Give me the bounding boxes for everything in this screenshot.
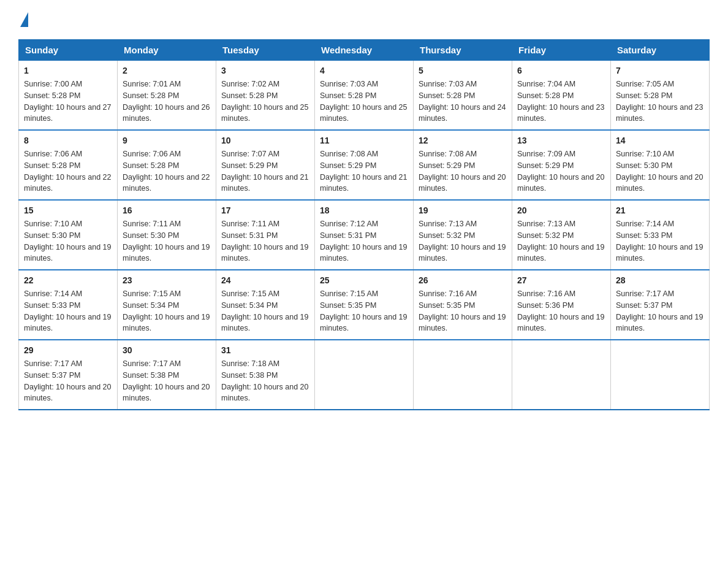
calendar-day-cell: 4Sunrise: 7:03 AMSunset: 5:28 PMDaylight… xyxy=(315,61,414,131)
day-info: Sunrise: 7:13 AMSunset: 5:32 PMDaylight:… xyxy=(517,220,604,262)
day-info: Sunrise: 7:08 AMSunset: 5:29 PMDaylight:… xyxy=(419,150,506,193)
calendar-week-row: 8Sunrise: 7:06 AMSunset: 5:28 PMDaylight… xyxy=(19,130,710,200)
calendar-day-cell: 15Sunrise: 7:10 AMSunset: 5:30 PMDayligh… xyxy=(19,200,118,270)
calendar-day-cell: 19Sunrise: 7:13 AMSunset: 5:32 PMDayligh… xyxy=(414,200,512,270)
day-number: 10 xyxy=(221,134,309,147)
calendar-day-cell: 22Sunrise: 7:14 AMSunset: 5:33 PMDayligh… xyxy=(19,270,118,340)
day-info: Sunrise: 7:10 AMSunset: 5:30 PMDaylight:… xyxy=(616,150,703,193)
col-sunday: Sunday xyxy=(19,40,118,61)
col-wednesday: Wednesday xyxy=(315,40,414,61)
day-number: 2 xyxy=(123,64,211,77)
day-number: 27 xyxy=(517,274,605,287)
day-number: 31 xyxy=(221,344,309,357)
day-number: 7 xyxy=(616,64,704,77)
day-number: 18 xyxy=(320,204,408,217)
page-header xyxy=(18,12,710,28)
calendar-day-cell: 23Sunrise: 7:15 AMSunset: 5:34 PMDayligh… xyxy=(118,270,216,340)
day-info: Sunrise: 7:00 AMSunset: 5:28 PMDaylight:… xyxy=(24,80,111,123)
day-number: 24 xyxy=(221,274,309,287)
logo-triangle-icon xyxy=(20,12,28,27)
day-info: Sunrise: 7:17 AMSunset: 5:37 PMDaylight:… xyxy=(616,289,703,332)
col-friday: Friday xyxy=(512,40,611,61)
calendar-day-cell: 30Sunrise: 7:17 AMSunset: 5:38 PMDayligh… xyxy=(118,340,216,410)
calendar-day-cell xyxy=(315,340,414,410)
calendar-header-row: Sunday Monday Tuesday Wednesday Thursday… xyxy=(19,40,710,61)
day-info: Sunrise: 7:14 AMSunset: 5:33 PMDaylight:… xyxy=(616,220,703,262)
col-tuesday: Tuesday xyxy=(216,40,315,61)
day-info: Sunrise: 7:15 AMSunset: 5:34 PMDaylight:… xyxy=(123,289,210,332)
day-number: 15 xyxy=(24,204,112,217)
day-number: 12 xyxy=(419,134,507,147)
day-info: Sunrise: 7:14 AMSunset: 5:33 PMDaylight:… xyxy=(24,289,111,332)
calendar-day-cell xyxy=(611,340,710,410)
calendar-day-cell xyxy=(414,340,512,410)
calendar-day-cell: 31Sunrise: 7:18 AMSunset: 5:38 PMDayligh… xyxy=(216,340,315,410)
calendar-day-cell: 14Sunrise: 7:10 AMSunset: 5:30 PMDayligh… xyxy=(611,130,710,200)
day-info: Sunrise: 7:03 AMSunset: 5:28 PMDaylight:… xyxy=(320,80,407,123)
calendar-table: Sunday Monday Tuesday Wednesday Thursday… xyxy=(18,39,710,410)
day-number: 4 xyxy=(320,64,408,77)
day-info: Sunrise: 7:03 AMSunset: 5:28 PMDaylight:… xyxy=(419,80,506,123)
day-number: 21 xyxy=(616,204,704,217)
calendar-day-cell: 21Sunrise: 7:14 AMSunset: 5:33 PMDayligh… xyxy=(611,200,710,270)
day-number: 9 xyxy=(123,134,211,147)
day-info: Sunrise: 7:15 AMSunset: 5:35 PMDaylight:… xyxy=(320,289,407,332)
day-info: Sunrise: 7:18 AMSunset: 5:38 PMDaylight:… xyxy=(221,359,308,402)
calendar-day-cell: 20Sunrise: 7:13 AMSunset: 5:32 PMDayligh… xyxy=(512,200,611,270)
day-number: 5 xyxy=(419,64,507,77)
day-number: 22 xyxy=(24,274,112,287)
day-number: 26 xyxy=(419,274,507,287)
day-info: Sunrise: 7:15 AMSunset: 5:34 PMDaylight:… xyxy=(221,289,308,332)
day-info: Sunrise: 7:06 AMSunset: 5:28 PMDaylight:… xyxy=(123,150,210,193)
day-number: 29 xyxy=(24,344,112,357)
day-number: 17 xyxy=(221,204,309,217)
day-info: Sunrise: 7:16 AMSunset: 5:35 PMDaylight:… xyxy=(419,289,506,332)
day-info: Sunrise: 7:16 AMSunset: 5:36 PMDaylight:… xyxy=(517,289,604,332)
col-thursday: Thursday xyxy=(414,40,512,61)
day-number: 30 xyxy=(123,344,211,357)
day-number: 23 xyxy=(123,274,211,287)
day-info: Sunrise: 7:17 AMSunset: 5:37 PMDaylight:… xyxy=(24,359,111,402)
day-number: 19 xyxy=(419,204,507,217)
col-saturday: Saturday xyxy=(611,40,710,61)
day-number: 25 xyxy=(320,274,408,287)
day-number: 1 xyxy=(24,64,112,77)
calendar-day-cell: 11Sunrise: 7:08 AMSunset: 5:29 PMDayligh… xyxy=(315,130,414,200)
calendar-week-row: 22Sunrise: 7:14 AMSunset: 5:33 PMDayligh… xyxy=(19,270,710,340)
day-info: Sunrise: 7:13 AMSunset: 5:32 PMDaylight:… xyxy=(419,220,506,262)
day-number: 3 xyxy=(221,64,309,77)
day-info: Sunrise: 7:10 AMSunset: 5:30 PMDaylight:… xyxy=(24,220,111,262)
calendar-day-cell: 17Sunrise: 7:11 AMSunset: 5:31 PMDayligh… xyxy=(216,200,315,270)
calendar-day-cell: 5Sunrise: 7:03 AMSunset: 5:28 PMDaylight… xyxy=(414,61,512,131)
day-info: Sunrise: 7:12 AMSunset: 5:31 PMDaylight:… xyxy=(320,220,407,262)
col-monday: Monday xyxy=(118,40,216,61)
day-number: 13 xyxy=(517,134,605,147)
day-info: Sunrise: 7:11 AMSunset: 5:30 PMDaylight:… xyxy=(123,220,210,262)
calendar-day-cell: 1Sunrise: 7:00 AMSunset: 5:28 PMDaylight… xyxy=(19,61,118,131)
calendar-day-cell: 7Sunrise: 7:05 AMSunset: 5:28 PMDaylight… xyxy=(611,61,710,131)
calendar-day-cell: 26Sunrise: 7:16 AMSunset: 5:35 PMDayligh… xyxy=(414,270,512,340)
day-number: 20 xyxy=(517,204,605,217)
day-info: Sunrise: 7:17 AMSunset: 5:38 PMDaylight:… xyxy=(123,359,210,402)
calendar-week-row: 1Sunrise: 7:00 AMSunset: 5:28 PMDaylight… xyxy=(19,61,710,131)
calendar-week-row: 15Sunrise: 7:10 AMSunset: 5:30 PMDayligh… xyxy=(19,200,710,270)
calendar-day-cell: 24Sunrise: 7:15 AMSunset: 5:34 PMDayligh… xyxy=(216,270,315,340)
day-info: Sunrise: 7:11 AMSunset: 5:31 PMDaylight:… xyxy=(221,220,308,262)
day-number: 8 xyxy=(24,134,112,147)
calendar-day-cell: 13Sunrise: 7:09 AMSunset: 5:29 PMDayligh… xyxy=(512,130,611,200)
calendar-day-cell xyxy=(512,340,611,410)
day-info: Sunrise: 7:05 AMSunset: 5:28 PMDaylight:… xyxy=(616,80,703,123)
day-number: 6 xyxy=(517,64,605,77)
calendar-day-cell: 10Sunrise: 7:07 AMSunset: 5:29 PMDayligh… xyxy=(216,130,315,200)
calendar-day-cell: 25Sunrise: 7:15 AMSunset: 5:35 PMDayligh… xyxy=(315,270,414,340)
day-info: Sunrise: 7:06 AMSunset: 5:28 PMDaylight:… xyxy=(24,150,111,193)
logo xyxy=(18,12,28,28)
day-info: Sunrise: 7:01 AMSunset: 5:28 PMDaylight:… xyxy=(123,80,210,123)
calendar-day-cell: 16Sunrise: 7:11 AMSunset: 5:30 PMDayligh… xyxy=(118,200,216,270)
day-info: Sunrise: 7:02 AMSunset: 5:28 PMDaylight:… xyxy=(221,80,308,123)
calendar-day-cell: 3Sunrise: 7:02 AMSunset: 5:28 PMDaylight… xyxy=(216,61,315,131)
day-number: 28 xyxy=(616,274,704,287)
day-number: 14 xyxy=(616,134,704,147)
day-info: Sunrise: 7:08 AMSunset: 5:29 PMDaylight:… xyxy=(320,150,407,193)
day-info: Sunrise: 7:04 AMSunset: 5:28 PMDaylight:… xyxy=(517,80,604,123)
